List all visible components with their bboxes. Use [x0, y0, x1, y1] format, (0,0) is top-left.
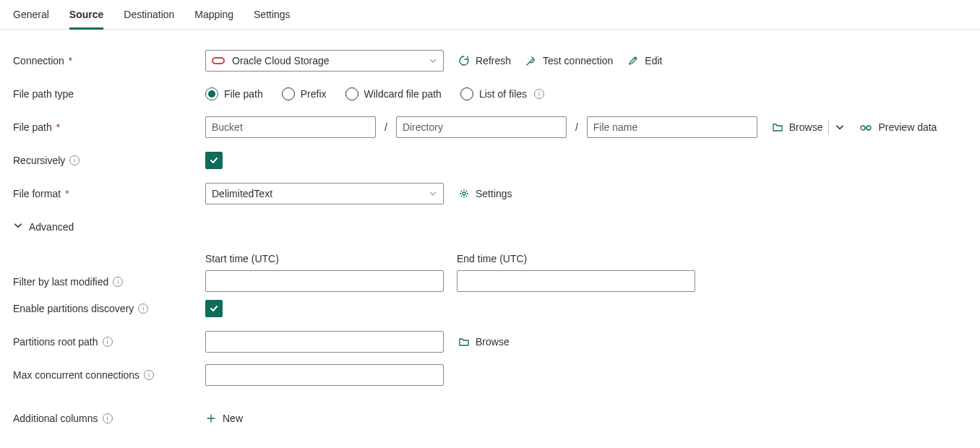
filename-input[interactable]: [587, 116, 757, 138]
file-format-select[interactable]: DelimitedText: [205, 183, 444, 204]
tab-bar: General Source Destination Mapping Setti…: [0, 0, 980, 30]
tab-mapping[interactable]: Mapping: [194, 6, 233, 29]
additional-columns-label: Additional columns: [13, 413, 98, 424]
new-column-label: New: [223, 413, 243, 424]
tab-settings[interactable]: Settings: [254, 6, 291, 29]
chevron-down-icon: [429, 56, 437, 65]
radio-list-of-files[interactable]: List of files i: [460, 87, 544, 100]
gear-icon: [458, 188, 470, 199]
radio-prefix-label: Prefix: [301, 88, 327, 100]
partitions-root-path-label: Partitions root path: [13, 336, 98, 348]
radio-file-path-label: File path: [224, 88, 263, 100]
folder-icon: [458, 336, 470, 348]
required-marker: *: [65, 188, 69, 199]
more-menu-button[interactable]: [835, 122, 845, 132]
file-path-type-label: File path type: [13, 88, 74, 100]
start-time-input[interactable]: [205, 270, 444, 292]
folder-icon: [772, 121, 783, 133]
svg-point-1: [867, 126, 871, 130]
start-time-label: Start time (UTC): [205, 253, 444, 264]
radio-wildcard[interactable]: Wildcard file path: [345, 87, 442, 100]
info-icon[interactable]: i: [113, 277, 123, 287]
radio-list-of-files-label: List of files: [479, 88, 527, 100]
preview-data-button[interactable]: Preview data: [859, 121, 937, 133]
svg-point-2: [463, 192, 465, 195]
pencil-icon: [627, 55, 639, 66]
source-form: Connection * Oracle Cloud Storage Refres…: [0, 30, 980, 448]
new-column-button[interactable]: New: [205, 413, 243, 424]
test-connection-button[interactable]: Test connection: [525, 55, 613, 66]
connection-label: Connection: [13, 55, 64, 66]
partitions-browse-label: Browse: [476, 336, 510, 348]
recursively-label: Recursively: [13, 155, 65, 166]
browse-button[interactable]: Browse: [772, 121, 823, 133]
info-icon[interactable]: i: [103, 413, 113, 423]
advanced-label: Advanced: [29, 221, 74, 233]
oracle-icon: [212, 57, 225, 64]
tab-general[interactable]: General: [13, 6, 49, 29]
info-icon[interactable]: i: [144, 370, 154, 380]
tab-source[interactable]: Source: [69, 6, 103, 30]
path-separator: /: [575, 121, 578, 133]
file-format-label: File format: [13, 188, 61, 199]
test-connection-label: Test connection: [543, 55, 613, 66]
divider: [828, 120, 829, 134]
info-icon[interactable]: i: [534, 89, 544, 99]
partitions-root-path-input[interactable]: [205, 331, 444, 353]
svg-point-0: [861, 126, 865, 130]
preview-data-label: Preview data: [878, 121, 937, 133]
edit-button[interactable]: Edit: [627, 55, 662, 66]
directory-input[interactable]: [396, 116, 567, 138]
enable-partitions-label: Enable partitions discovery: [13, 303, 134, 314]
browse-label: Browse: [789, 121, 823, 133]
end-time-label: End time (UTC): [457, 253, 695, 264]
advanced-toggle[interactable]: Advanced: [13, 220, 967, 233]
required-marker: *: [56, 121, 60, 133]
file-path-label: File path: [13, 121, 52, 133]
connection-value: Oracle Cloud Storage: [232, 55, 330, 66]
edit-label: Edit: [645, 55, 662, 66]
info-icon[interactable]: i: [103, 337, 113, 347]
max-concurrent-label: Max concurrent connections: [13, 369, 139, 381]
file-format-value: DelimitedText: [212, 188, 272, 199]
refresh-label: Refresh: [476, 55, 511, 66]
radio-prefix[interactable]: Prefix: [282, 87, 327, 100]
connection-select[interactable]: Oracle Cloud Storage: [205, 50, 444, 72]
tab-destination[interactable]: Destination: [124, 6, 174, 29]
format-settings-label: Settings: [476, 188, 512, 199]
bucket-input[interactable]: [205, 116, 376, 138]
radio-wildcard-label: Wildcard file path: [364, 88, 442, 100]
refresh-icon: [458, 55, 470, 66]
plug-icon: [525, 55, 537, 66]
partitions-browse-button[interactable]: Browse: [458, 336, 510, 348]
file-path-type-radio-group: File path Prefix Wildcard file path List…: [205, 87, 544, 100]
max-concurrent-input[interactable]: [205, 364, 444, 386]
plus-icon: [205, 413, 217, 424]
info-icon[interactable]: i: [138, 303, 148, 314]
chevron-down-icon: [13, 220, 23, 233]
glasses-icon: [859, 121, 872, 133]
chevron-down-icon: [429, 189, 437, 198]
info-icon[interactable]: i: [69, 155, 79, 165]
format-settings-button[interactable]: Settings: [458, 188, 512, 199]
required-marker: *: [69, 55, 72, 66]
path-separator: /: [384, 121, 387, 133]
enable-partitions-checkbox[interactable]: [205, 300, 223, 317]
refresh-button[interactable]: Refresh: [458, 55, 511, 66]
filter-last-modified-label: Filter by last modified: [13, 276, 108, 288]
radio-file-path[interactable]: File path: [205, 87, 263, 100]
recursively-checkbox[interactable]: [205, 152, 223, 169]
end-time-input[interactable]: [457, 270, 695, 292]
